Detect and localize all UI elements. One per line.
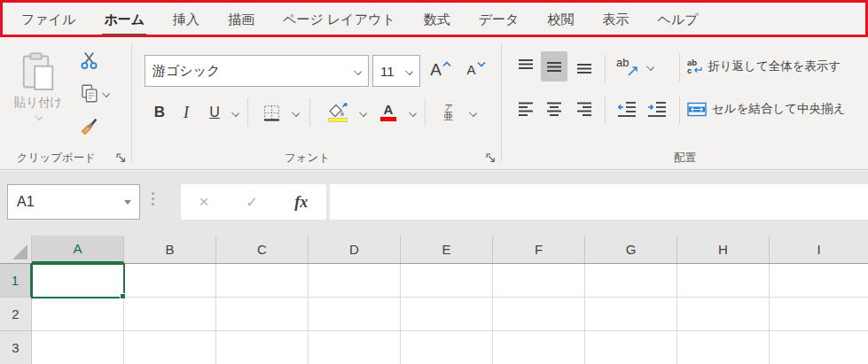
tab-draw[interactable]: 描画 <box>214 0 269 37</box>
decrease-indent-button[interactable] <box>614 94 640 124</box>
cell[interactable] <box>493 298 585 331</box>
decrease-font-size-button[interactable]: A <box>460 57 492 85</box>
font-color-button[interactable]: A <box>373 96 403 129</box>
cell[interactable] <box>677 298 770 331</box>
tab-file[interactable]: ファイル <box>7 0 90 37</box>
format-painter-button[interactable] <box>76 112 129 140</box>
align-right-button[interactable] <box>571 94 598 124</box>
increase-font-size-button[interactable]: A <box>425 57 457 85</box>
cell[interactable] <box>32 298 124 331</box>
borders-chevron-icon[interactable] <box>288 96 302 129</box>
cell[interactable] <box>124 298 216 331</box>
tab-page-layout[interactable]: ページ レイアウト <box>269 0 410 37</box>
underline-button[interactable]: U <box>201 96 228 129</box>
column-header-h[interactable]: H <box>677 236 770 263</box>
cell[interactable] <box>216 264 309 298</box>
cell[interactable] <box>401 264 493 298</box>
tab-formulas[interactable]: 数式 <box>410 0 465 37</box>
name-box[interactable]: A1 <box>7 184 140 220</box>
tab-data[interactable]: データ <box>465 0 534 37</box>
font-name-chevron-icon[interactable] <box>354 67 362 75</box>
cell[interactable] <box>770 298 868 331</box>
cell[interactable] <box>770 264 868 298</box>
cell[interactable] <box>585 298 677 331</box>
row-header-1[interactable]: 1 <box>0 264 32 298</box>
cell[interactable] <box>585 331 677 364</box>
cut-button[interactable] <box>76 46 129 74</box>
cell[interactable] <box>309 331 401 364</box>
column-header-b[interactable]: B <box>124 236 216 263</box>
merge-center-button[interactable]: セルを結合して中央揃え <box>687 94 868 124</box>
formula-bar: A1 × ✓ fx <box>0 171 868 236</box>
column-header-e[interactable]: E <box>401 236 493 263</box>
font-group-label: フォント <box>132 151 482 166</box>
cell[interactable] <box>124 331 216 364</box>
font-dialog-launcher-icon[interactable] <box>483 151 497 165</box>
cell[interactable] <box>401 298 493 331</box>
name-box-dropdown-icon[interactable] <box>124 200 131 205</box>
copy-dropdown-chevron-icon[interactable] <box>102 89 110 97</box>
select-all-button[interactable] <box>0 236 32 263</box>
cell[interactable] <box>309 264 401 298</box>
cell[interactable] <box>216 331 309 364</box>
tab-help[interactable]: ヘルプ <box>643 0 712 37</box>
tab-view[interactable]: 表示 <box>588 0 643 37</box>
column-header-f[interactable]: F <box>493 236 585 263</box>
formula-input[interactable] <box>330 184 868 220</box>
cell[interactable] <box>401 331 493 364</box>
column-header-a[interactable]: A <box>32 236 124 263</box>
font-name-combobox[interactable]: 游ゴシック <box>145 55 369 87</box>
cell[interactable] <box>32 331 124 364</box>
tab-insert[interactable]: 挿入 <box>159 0 214 37</box>
cell[interactable] <box>677 331 770 364</box>
cell[interactable] <box>309 298 401 331</box>
paste-button[interactable]: 貼り付け <box>4 46 73 151</box>
cancel-icon[interactable]: × <box>199 192 209 212</box>
fill-color-button[interactable] <box>322 96 354 129</box>
enter-icon[interactable]: ✓ <box>246 193 258 212</box>
cell[interactable] <box>493 264 585 298</box>
font-size-chevron-icon[interactable] <box>405 67 413 75</box>
fill-handle[interactable] <box>120 293 126 299</box>
borders-button[interactable] <box>256 96 286 129</box>
column-header-c[interactable]: C <box>216 236 309 263</box>
cell[interactable] <box>493 331 585 364</box>
cell[interactable] <box>585 264 677 298</box>
copy-button[interactable] <box>76 79 129 107</box>
align-middle-button[interactable] <box>541 51 567 81</box>
phonetic-chevron-icon[interactable] <box>465 96 480 129</box>
ribbon: 貼り付け <box>0 37 868 170</box>
italic-button[interactable]: I <box>175 96 198 129</box>
column-header-g[interactable]: G <box>585 236 677 263</box>
align-bottom-button[interactable] <box>571 51 598 81</box>
align-left-button[interactable] <box>512 94 539 124</box>
column-header-i[interactable]: I <box>770 236 868 263</box>
increase-indent-button[interactable] <box>644 94 670 124</box>
bold-button[interactable]: B <box>146 96 173 129</box>
cell[interactable] <box>124 264 216 298</box>
column-header-d[interactable]: D <box>309 236 401 263</box>
tab-home[interactable]: ホーム <box>90 0 159 37</box>
row-header-3[interactable]: 3 <box>0 331 32 364</box>
wrap-text-button[interactable]: ab c 折り返して全体を表示す <box>687 51 868 81</box>
phonetic-guide-button[interactable]: ア 亜 <box>434 96 464 129</box>
align-center-button[interactable] <box>541 94 567 124</box>
fill-color-chevron-icon[interactable] <box>356 96 370 129</box>
tab-review[interactable]: 校閲 <box>533 0 588 37</box>
cell-a1-selected[interactable] <box>32 264 124 298</box>
formula-bar-resize-handle[interactable] <box>152 192 154 205</box>
orientation-chevron-icon[interactable] <box>644 51 657 81</box>
font-color-chevron-icon[interactable] <box>405 96 419 129</box>
paste-dropdown-chevron-icon[interactable] <box>35 112 43 120</box>
divider <box>679 97 680 125</box>
underline-chevron-icon[interactable] <box>228 96 242 129</box>
row-header-2[interactable]: 2 <box>0 298 32 331</box>
align-top-button[interactable] <box>512 51 539 81</box>
cell[interactable] <box>216 298 309 331</box>
insert-function-icon[interactable]: fx <box>294 193 308 212</box>
clipboard-dialog-launcher-icon[interactable] <box>113 151 128 165</box>
font-size-combobox[interactable]: 11 <box>372 55 420 87</box>
orientation-button[interactable]: ab <box>614 51 642 81</box>
cell[interactable] <box>770 331 868 364</box>
cell[interactable] <box>677 264 770 298</box>
